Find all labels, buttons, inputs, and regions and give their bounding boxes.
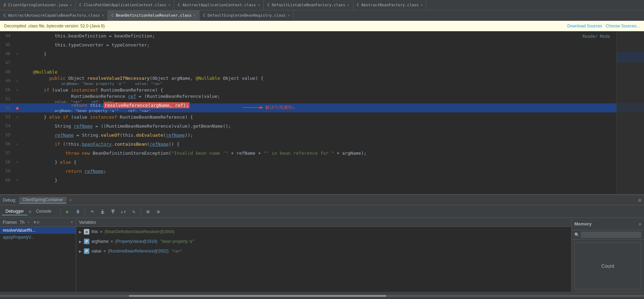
var-item-value: ▶ P value = {RuntimeBeanReference@2932} …	[76, 246, 571, 256]
tab-AbstractApplication[interactable]: C AbstractApplicationContext.class ×	[174, 0, 264, 10]
code-line-57: 57 throw new BeanDefinitionStoreExceptio…	[0, 148, 644, 157]
frames-controls: ▼ ⊟	[34, 220, 39, 225]
frames-down-btn[interactable]: ▼	[34, 220, 36, 225]
step-over-btn[interactable]: ↷	[87, 207, 97, 216]
class-icon-4: C	[357, 3, 359, 7]
tab-ClientSpringContainer[interactable]: J ClientSpringContainer.java ×	[0, 0, 76, 10]
search-icon: 🔍	[574, 232, 580, 237]
count-label: Count	[601, 263, 614, 269]
code-line-45: 45 this.typeConverter = typeConverter;	[0, 40, 644, 49]
code-line-54: 54 String refName = ((RuntimeBeanNameRef…	[0, 121, 644, 130]
class-icon-3: C	[267, 3, 270, 7]
tab-ClassPathXml[interactable]: C ClassPathXmlApplicationContext.class ×	[76, 0, 174, 10]
toolbar-sep-1	[60, 208, 61, 215]
var-name-this: this	[91, 229, 98, 234]
status-bar	[0, 292, 644, 299]
run-to-cursor-btn[interactable]: ↓↑	[118, 207, 128, 216]
close-tab-5[interactable]: ×	[421, 3, 423, 7]
close-tab-7[interactable]: ×	[194, 14, 196, 17]
java-icon: J	[3, 3, 6, 7]
code-line-52: 52 ● return this.resolveReference(argNam…	[0, 103, 644, 112]
variables-panel: Variables ▶ o this = {BeanDefinitionValu…	[76, 218, 571, 292]
close-tab-6[interactable]: ×	[102, 14, 104, 17]
debug-panel: Debug: ClientSpringContainer × ⚙ Debugge…	[0, 194, 644, 299]
decompiled-notice: Decompiled .class file, bytecode version…	[4, 24, 105, 28]
step-out-btn[interactable]	[108, 207, 118, 216]
tab-BeanDefinitionValue[interactable]: C BeanDefinitionValueResolver.class ×	[108, 10, 200, 21]
var-item-this: ▶ o this = {BeanDefinitionValueResolver@…	[76, 227, 571, 237]
frames-panel: Frames Th ▾ ▼ ⊟ + resolveValueIfN... app…	[0, 218, 76, 292]
var-expand-value[interactable]: ▶	[79, 249, 82, 253]
toolbar-sep-3	[141, 208, 141, 215]
var-val-argName: {PropertyValue@2918}	[115, 239, 157, 244]
breakpoint-icon: ●	[16, 105, 19, 111]
tab-DefaultSingleton[interactable]: C DefaultSingletonBeanRegistry.class ×	[200, 10, 293, 21]
notice-links: Download Sources Choose Sources...	[567, 24, 640, 28]
var-expand-argName[interactable]: ▶	[79, 240, 82, 244]
class-icon-7: C	[203, 13, 205, 18]
vars-label: Variables	[79, 220, 96, 225]
debug-header: Debug: ClientSpringContainer × ⚙	[0, 195, 644, 205]
var-val-this: {BeanDefinitionValueResolver@2904}	[105, 229, 175, 234]
var-name-argName: argName	[91, 239, 108, 244]
frame-item-1[interactable]: applyPropertyV...	[0, 234, 76, 241]
code-line-58: 58 ▾ } else {	[0, 157, 644, 166]
close-tab-3[interactable]: ×	[258, 3, 260, 7]
debug-title: Debug:	[3, 198, 16, 203]
close-tab-2[interactable]: ×	[168, 3, 170, 7]
download-sources-link[interactable]: Download Sources	[567, 24, 602, 28]
memory-search-input[interactable]	[581, 232, 641, 238]
resume-btn[interactable]: ▶	[63, 207, 72, 216]
tab-AbstractAutowire[interactable]: C AbstractAutowireCapableBeanFactory.cla…	[0, 10, 108, 21]
close-debug-session[interactable]: ×	[69, 198, 72, 203]
var-val-value-str: "<a>"	[171, 249, 182, 254]
console-tab-btn[interactable]: Console	[33, 208, 55, 215]
thread-chevron[interactable]: ▾	[27, 220, 29, 224]
var-name-value: value	[91, 249, 102, 254]
class-icon-6: C	[111, 13, 114, 18]
code-line-55: 55 refName = String.valueOf(this.doEvalu…	[0, 130, 644, 139]
var-badge-value: P	[84, 248, 89, 254]
frames-btn[interactable]: ✎	[129, 207, 139, 216]
close-tab-8[interactable]: ×	[288, 14, 290, 17]
class-icon-5: C	[3, 13, 6, 18]
reader-mode-btn[interactable]: Reader Mode	[580, 33, 613, 40]
memory-search: 🔍	[572, 230, 644, 240]
debugger-tab-btn[interactable]: Debugger	[2, 208, 27, 215]
tab-DefaultListable[interactable]: C DefaultListableBeanFactory.class ×	[264, 0, 353, 10]
code-line-44: 44 this.beanDefinition = beanDefinition;	[0, 31, 644, 40]
minimap	[616, 31, 644, 194]
code-line-60: 60 ▾ }	[0, 176, 644, 185]
var-val-value: {RuntimeBeanReference@2932}	[108, 249, 169, 254]
tab-AbstractBean[interactable]: C AbstractBeanFactory.class ×	[353, 0, 427, 10]
class-icon-1: C	[79, 3, 81, 7]
tab-bar-row1: J ClientSpringContainer.java × C ClassPa…	[0, 0, 644, 10]
frame-item-0[interactable]: resolveValueIfN...	[0, 227, 76, 234]
editor-area: Reader Mode 44 this.beanDefinition = bea…	[0, 31, 644, 194]
step-into-btn[interactable]	[98, 207, 107, 216]
frames-header: Frames Th ▾ ▼ ⊟ +	[0, 218, 76, 227]
console-icon: ⊡	[29, 209, 31, 214]
code-line-59: 59 return refName;	[0, 166, 644, 176]
more-btn[interactable]: ≡	[153, 207, 163, 216]
frames-label: Frames	[3, 220, 17, 225]
code-line-46: 46 ▾ }	[0, 49, 644, 58]
var-badge-this: o	[84, 229, 89, 234]
choose-sources-link[interactable]: Choose Sources...	[606, 24, 640, 28]
frames-filter-btn[interactable]: ⊟	[37, 220, 39, 225]
close-tab-4[interactable]: ×	[347, 3, 350, 7]
memory-label: Memory	[574, 221, 592, 227]
debug-settings-icon[interactable]: ⚙	[638, 197, 641, 203]
debug-session-tab[interactable]: ClientSpringContainer	[19, 197, 67, 204]
code-line-56: 56 ▾ if (!this.beanFactory.containsBean(…	[0, 139, 644, 148]
var-expand-this[interactable]: ▶	[79, 230, 82, 234]
memory-settings-icon[interactable]: ⚙	[639, 222, 641, 227]
pause-btn[interactable]: ⏸	[73, 207, 83, 216]
thread-label: Th	[20, 220, 25, 225]
var-item-argName: ▶ P argName = {PropertyValue@2918} "bean…	[76, 237, 571, 246]
table-view-btn[interactable]: ⊞	[143, 207, 153, 216]
close-tab-1[interactable]: ×	[70, 3, 72, 7]
count-area[interactable]: Count	[574, 242, 641, 289]
add-frames-btn[interactable]: +	[71, 220, 73, 225]
tab-selector: Debugger ⊡ Console	[2, 208, 55, 215]
